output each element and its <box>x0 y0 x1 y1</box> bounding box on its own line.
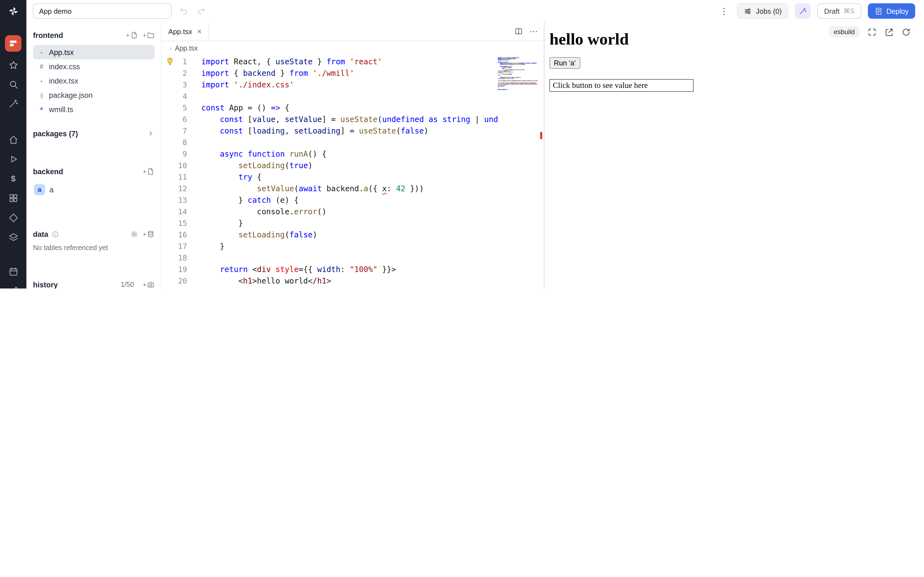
hash-icon: # <box>38 63 45 70</box>
code-line[interactable]: async function runA() { <box>201 148 498 160</box>
app-preview: esbuild hello world Run 'a' Click button… <box>545 22 924 288</box>
left-icon-rail: $ <box>0 0 26 288</box>
resources-layers-icon[interactable] <box>6 231 20 244</box>
code-line[interactable]: console.error() <box>201 206 498 218</box>
code-line[interactable] <box>201 137 498 148</box>
code-line[interactable]: import { backend } from './wmill' <box>201 68 498 79</box>
file-item-index.tsx[interactable]: ●index.tsx <box>33 74 155 88</box>
code-line[interactable]: <h1>hello world</h1> <box>201 275 498 287</box>
breadcrumb: › App.tsx <box>162 41 543 55</box>
code-line[interactable]: setLoading(false) <box>201 229 498 241</box>
code-line[interactable] <box>201 287 498 288</box>
more-options-icon[interactable]: ⋯ <box>530 26 538 36</box>
minimap[interactable] <box>498 57 537 91</box>
file-explorer: frontend + + ●App.tsx#index.css●index.ts… <box>26 22 162 288</box>
close-icon[interactable]: × <box>197 27 202 36</box>
line-number: 15 <box>162 218 187 229</box>
code-line[interactable]: } <box>201 241 498 252</box>
code-line[interactable]: const [loading, setLoading] = useState(f… <box>201 125 498 137</box>
deploy-label: Deploy <box>886 7 909 15</box>
line-number: 17 <box>162 241 187 252</box>
windmill-logo[interactable] <box>6 5 20 18</box>
redo-icon[interactable] <box>196 6 206 16</box>
snapshot-button[interactable]: + <box>143 281 155 288</box>
search-icon[interactable] <box>6 77 20 91</box>
code-editor: App.tsx × ⋯ › App.tsx 123456789101112131… <box>162 22 543 288</box>
code-line[interactable]: const [value, setValue] = useState(undef… <box>201 114 498 125</box>
ai-wand-icon[interactable] <box>6 97 20 110</box>
flows-diamond-icon[interactable] <box>6 211 20 224</box>
packages-row[interactable]: packages (7) <box>33 126 155 141</box>
code-line[interactable]: const App = () => { <box>201 102 498 114</box>
code-line[interactable]: setLoading(true) <box>201 160 498 171</box>
star-icon[interactable] <box>6 58 20 71</box>
code-line[interactable]: try { <box>201 171 498 183</box>
code-line[interactable]: return <div style={{ width: "100%" }}> <box>201 264 498 275</box>
code-line[interactable]: } <box>201 218 498 229</box>
kebab-menu-icon[interactable]: ⋮ <box>717 6 731 16</box>
file-name: wmill.ts <box>49 105 73 113</box>
line-number: 18 <box>162 252 187 264</box>
deploy-file-icon <box>874 7 882 15</box>
undo-icon[interactable] <box>179 6 189 16</box>
line-number: 13 <box>162 195 187 206</box>
open-external-icon[interactable] <box>884 27 894 37</box>
new-folder-button[interactable]: + <box>143 31 155 39</box>
ai-assistant-button[interactable] <box>795 3 811 19</box>
file-list: ●App.tsx#index.css●index.tsx{}package.js… <box>33 45 155 116</box>
new-backend-script-button[interactable]: + <box>143 168 155 175</box>
tab-app-tsx[interactable]: App.tsx × <box>162 22 209 41</box>
info-icon <box>52 230 59 238</box>
jobs-button[interactable]: Jobs (0) <box>737 3 788 19</box>
data-settings-button[interactable] <box>130 230 138 238</box>
file-item-package.json[interactable]: {}package.json <box>33 88 155 102</box>
code-text[interactable]: import React, { useState } from 'react'i… <box>201 56 498 288</box>
deploy-button[interactable]: Deploy <box>867 3 915 19</box>
draft-shortcut: ⌘S <box>843 7 855 15</box>
breadcrumb-file[interactable]: App.tsx <box>175 45 198 52</box>
preview-controls: esbuild <box>829 26 911 37</box>
file-item-App.tsx[interactable]: ●App.tsx <box>33 45 155 60</box>
inspect-scan-icon[interactable] <box>867 27 877 37</box>
code-line[interactable] <box>201 252 498 264</box>
code-line[interactable]: } catch (e) { <box>201 195 498 206</box>
esbuild-chip[interactable]: esbuild <box>829 26 859 37</box>
add-table-button[interactable]: + <box>143 230 155 238</box>
code-line[interactable]: import React, { useState } from 'react' <box>201 56 498 68</box>
code-line[interactable] <box>201 91 498 102</box>
code-line[interactable]: setValue(await backend.a({ x: 42 })) <box>201 183 498 195</box>
schedules-calendar-icon[interactable] <box>6 265 20 278</box>
file-item-wmill.ts[interactable]: *wmill.ts <box>33 102 155 116</box>
backend-script-item[interactable]: a a <box>33 182 155 197</box>
run-a-button[interactable]: Run 'a' <box>549 57 580 69</box>
camera-icon <box>147 281 155 288</box>
frontend-title: frontend <box>33 31 63 39</box>
code-line[interactable]: import './index.css' <box>201 79 498 91</box>
flow-share-icon[interactable] <box>6 284 20 288</box>
data-title: data <box>33 230 48 238</box>
runs-play-icon[interactable] <box>6 152 20 165</box>
new-file-button[interactable]: + <box>126 31 138 39</box>
file-icon <box>147 168 155 175</box>
ai-wand-icon <box>799 7 807 15</box>
line-number: 7 <box>162 125 187 137</box>
line-number: 1 <box>162 56 187 68</box>
preview-content: hello world Run 'a' Click button to see … <box>549 30 693 92</box>
data-section-header: data + <box>33 229 155 240</box>
chevron-icon[interactable]: › <box>170 45 171 52</box>
refresh-icon[interactable] <box>901 27 911 37</box>
file-item-index.css[interactable]: #index.css <box>33 60 155 74</box>
home-icon[interactable] <box>6 133 20 146</box>
jobs-funnel-icon <box>744 7 752 15</box>
line-number: 21 <box>162 287 187 288</box>
split-view-icon[interactable] <box>514 27 523 36</box>
app-avatar-icon[interactable] <box>5 35 21 52</box>
preview-heading: hello world <box>549 30 693 48</box>
line-number: 9 <box>162 148 187 160</box>
app-name-input[interactable] <box>33 3 171 19</box>
draft-button[interactable]: Draft ⌘S <box>817 3 861 19</box>
line-number: 10 <box>162 160 187 171</box>
line-number: 6 <box>162 114 187 125</box>
usage-dollar-icon[interactable]: $ <box>6 171 20 185</box>
apps-blocks-icon[interactable] <box>6 191 20 205</box>
